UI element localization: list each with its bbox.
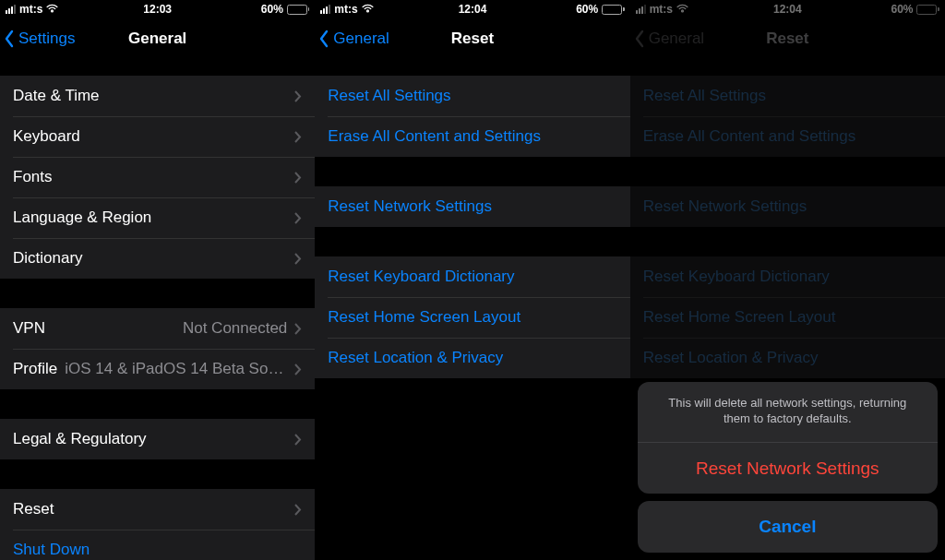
profile-value: iOS 14 & iPadOS 14 Beta Softwar... <box>65 360 287 378</box>
battery-icon <box>287 5 310 15</box>
sheet-panel: This will delete all network settings, r… <box>638 382 938 494</box>
back-button[interactable]: Settings <box>0 30 75 48</box>
cell-reset[interactable]: Reset <box>0 489 315 530</box>
chevron-right-icon <box>294 90 302 102</box>
chevron-right-icon <box>294 323 302 335</box>
status-bar: mt:s 12:04 60% <box>630 0 945 18</box>
cell-reset-all-settings: Reset All Settings <box>630 76 945 116</box>
sheet-message: This will delete all network settings, r… <box>638 382 938 442</box>
chevron-left-icon <box>634 30 645 48</box>
cell-reset-home-layout: Reset Home Screen Layout <box>630 297 945 338</box>
cell-fonts[interactable]: Fonts <box>0 157 315 197</box>
wifi-icon <box>46 5 58 14</box>
cell-legal-regulatory[interactable]: Legal & Regulatory <box>0 419 315 459</box>
content: Date & Time Keyboard Fonts Language & Re… <box>0 59 315 560</box>
cell-erase-all: Erase All Content and Settings <box>630 116 945 157</box>
nav-title: Reset <box>766 30 808 48</box>
back-label: General <box>333 30 389 48</box>
chevron-left-icon <box>4 30 15 48</box>
chevron-right-icon <box>294 131 302 143</box>
cell-reset-network: Reset Network Settings <box>630 186 945 227</box>
back-button[interactable]: General <box>315 30 389 48</box>
cell-date-time[interactable]: Date & Time <box>0 76 315 116</box>
chevron-right-icon <box>294 434 302 446</box>
signal-icon <box>6 5 16 14</box>
status-bar: mt:s 12:03 60% <box>0 0 315 18</box>
cell-profile[interactable]: ProfileiOS 14 & iPadOS 14 Beta Softwar..… <box>0 349 315 389</box>
cell-reset-keyboard-dict: Reset Keyboard Dictionary <box>630 256 945 297</box>
group-reset-all: Reset All Settings Erase All Content and… <box>315 76 629 157</box>
group-reset-network: Reset Network Settings <box>315 186 629 227</box>
back-label: General <box>649 30 704 48</box>
cell-reset-keyboard-dict[interactable]: Reset Keyboard Dictionary <box>315 256 629 297</box>
status-bar: mt:s 12:04 60% <box>315 0 629 18</box>
group-legal: Legal & Regulatory <box>0 419 315 459</box>
group-reset-other: Reset Keyboard Dictionary Reset Home Scr… <box>630 256 945 378</box>
carrier-label: mt:s <box>19 3 42 16</box>
wifi-icon <box>362 5 374 14</box>
carrier-label: mt:s <box>334 3 357 16</box>
battery-icon <box>602 5 625 15</box>
cell-reset-network[interactable]: Reset Network Settings <box>315 186 629 227</box>
screen-general: mt:s 12:03 60% Settings General Date & T… <box>0 0 315 560</box>
group-network: VPNNot Connected ProfileiOS 14 & iPadOS … <box>0 308 315 389</box>
clock: 12:04 <box>773 3 802 16</box>
screen-reset-confirm: mt:s 12:04 60% General Reset Reset All S… <box>630 0 945 560</box>
nav-bar: General Reset <box>630 18 945 59</box>
battery-pct: 60% <box>261 3 283 16</box>
confirm-reset-button[interactable]: Reset Network Settings <box>638 442 938 494</box>
group-reset: Reset Shut Down <box>0 489 315 560</box>
chevron-right-icon <box>294 363 302 375</box>
chevron-left-icon <box>318 30 329 48</box>
action-sheet: This will delete all network settings, r… <box>638 382 938 553</box>
group-reset-network: Reset Network Settings <box>630 186 945 227</box>
cell-reset-all-settings[interactable]: Reset All Settings <box>315 76 629 116</box>
group-reset-all: Reset All Settings Erase All Content and… <box>630 76 945 157</box>
vpn-status: Not Connected <box>183 319 287 338</box>
clock: 12:03 <box>143 3 172 16</box>
back-label: Settings <box>18 30 75 48</box>
cell-reset-home-layout[interactable]: Reset Home Screen Layout <box>315 297 629 338</box>
cell-dictionary[interactable]: Dictionary <box>0 238 315 279</box>
group-reset-other: Reset Keyboard Dictionary Reset Home Scr… <box>315 256 629 378</box>
carrier-label: mt:s <box>650 3 673 16</box>
clock: 12:04 <box>459 3 487 16</box>
chevron-right-icon <box>294 212 302 224</box>
group-system: Date & Time Keyboard Fonts Language & Re… <box>0 76 315 279</box>
cell-reset-location-privacy: Reset Location & Privacy <box>630 338 945 378</box>
battery-icon <box>916 5 939 15</box>
battery-pct: 60% <box>576 3 598 16</box>
content: Reset All Settings Erase All Content and… <box>315 59 629 560</box>
battery-pct: 60% <box>891 3 913 16</box>
cell-shut-down[interactable]: Shut Down <box>0 530 315 560</box>
chevron-right-icon <box>294 172 302 184</box>
cell-language-region[interactable]: Language & Region <box>0 197 315 238</box>
signal-icon <box>320 5 330 14</box>
nav-title: Reset <box>451 30 494 48</box>
chevron-right-icon <box>294 504 302 516</box>
cell-keyboard[interactable]: Keyboard <box>0 116 315 157</box>
cell-erase-all[interactable]: Erase All Content and Settings <box>315 116 629 157</box>
nav-title: General <box>128 30 186 48</box>
cell-reset-location-privacy[interactable]: Reset Location & Privacy <box>315 338 629 378</box>
cell-vpn[interactable]: VPNNot Connected <box>0 308 315 349</box>
chevron-right-icon <box>294 253 302 265</box>
cancel-button[interactable]: Cancel <box>638 501 938 553</box>
nav-bar: Settings General <box>0 18 315 59</box>
screen-reset: mt:s 12:04 60% General Reset Reset All S… <box>315 0 629 560</box>
nav-bar: General Reset <box>315 18 629 59</box>
wifi-icon <box>676 5 688 14</box>
sheet-cancel-panel: Cancel <box>638 501 938 553</box>
signal-icon <box>636 5 646 14</box>
back-button: General <box>630 30 704 48</box>
